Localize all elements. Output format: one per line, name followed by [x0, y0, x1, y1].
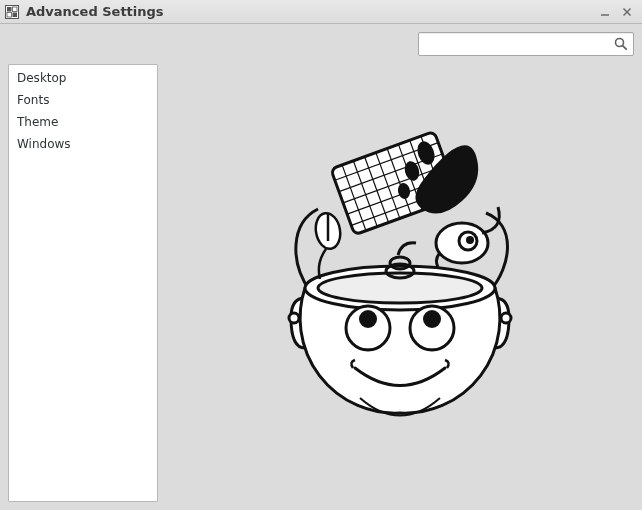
sidebar-item-label: Fonts [17, 93, 49, 107]
main-area: Desktop Fonts Theme Windows [0, 64, 642, 510]
svg-point-10 [289, 313, 299, 323]
close-button[interactable] [618, 3, 636, 21]
gnome-tweak-mascot-image [250, 113, 550, 453]
svg-rect-1 [7, 7, 12, 12]
search-icon [613, 36, 629, 52]
svg-point-17 [423, 310, 441, 328]
sidebar-item-label: Theme [17, 115, 58, 129]
titlebar: Advanced Settings [0, 0, 642, 24]
svg-rect-2 [13, 12, 18, 17]
sidebar-item-label: Windows [17, 137, 71, 151]
sidebar-item-theme[interactable]: Theme [9, 111, 157, 133]
window-title: Advanced Settings [26, 4, 164, 19]
sidebar: Desktop Fonts Theme Windows [8, 64, 158, 502]
toolbar [0, 24, 642, 64]
svg-point-37 [466, 236, 474, 244]
svg-point-16 [359, 310, 377, 328]
svg-line-9 [623, 46, 627, 50]
sidebar-item-label: Desktop [17, 71, 67, 85]
sidebar-item-windows[interactable]: Windows [9, 133, 157, 155]
content-pane [166, 64, 634, 502]
minimize-button[interactable] [596, 3, 614, 21]
svg-point-11 [501, 313, 511, 323]
sidebar-item-fonts[interactable]: Fonts [9, 89, 157, 111]
app-icon [4, 4, 20, 20]
sidebar-item-desktop[interactable]: Desktop [9, 67, 157, 89]
search-field[interactable] [418, 32, 634, 56]
search-input[interactable] [425, 36, 613, 52]
